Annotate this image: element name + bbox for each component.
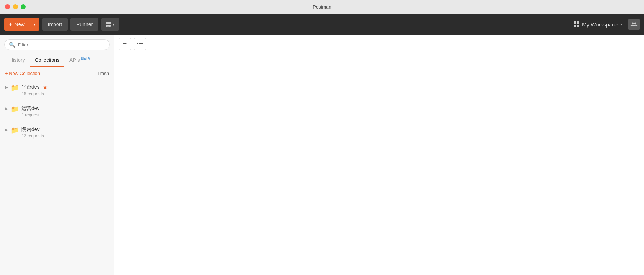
collection-item[interactable]: ▶ 📁 运营dev 1 request [0, 101, 114, 122]
content-toolbar: + ••• [114, 35, 644, 53]
collection-name-row: 院内dev [21, 126, 109, 133]
tab-apis[interactable]: APIsBETA [64, 53, 95, 67]
toolbar-right: My Workspace ▾ [574, 19, 640, 30]
close-button[interactable] [5, 4, 10, 9]
import-button[interactable]: Import [42, 18, 68, 31]
workspace-chevron-icon: ▾ [620, 22, 623, 27]
user-avatar[interactable] [628, 19, 640, 30]
filter-input[interactable] [18, 42, 105, 48]
new-button[interactable]: + New ▾ [4, 18, 39, 31]
main-area: 🔍 History Collections APIsBETA + New Col… [0, 35, 644, 275]
chevron-right-icon: ▶ [5, 85, 8, 90]
workspace-selector[interactable]: My Workspace ▾ [574, 21, 623, 28]
collection-name-row: 运营dev [21, 105, 109, 112]
collection-item[interactable]: ▶ 📁 院内dev 12 requests [0, 122, 114, 143]
trash-button[interactable]: Trash [97, 71, 109, 76]
title-bar: Postman [0, 0, 644, 14]
builder-chevron-icon: ▾ [113, 22, 115, 27]
builder-grid-icon [106, 22, 111, 27]
traffic-lights [5, 4, 26, 9]
filter-bar: 🔍 [0, 35, 114, 53]
collection-requests: 12 requests [21, 134, 109, 139]
tab-collections[interactable]: Collections [30, 54, 64, 67]
collections-list: ▶ 📁 平台dev ★ 16 requests ▶ 📁 运营dev [0, 80, 114, 275]
tab-history[interactable]: History [4, 54, 30, 67]
new-collection-button[interactable]: + New Collection [5, 71, 40, 76]
app-title: Postman [313, 4, 331, 10]
collection-requests: 16 requests [21, 91, 109, 96]
add-tab-button[interactable]: + [119, 38, 131, 50]
minimize-button[interactable] [13, 4, 18, 9]
star-icon: ★ [43, 84, 48, 91]
plus-icon: + [9, 21, 13, 28]
collections-actions: + New Collection Trash [0, 67, 114, 80]
collection-name: 院内dev [21, 126, 40, 133]
runner-button[interactable]: Runner [70, 18, 98, 31]
new-dropdown-arrow[interactable]: ▾ [30, 18, 39, 31]
content-area: + ••• [114, 35, 644, 275]
content-main [114, 53, 644, 275]
chevron-right-icon: ▶ [5, 128, 8, 132]
more-options-button[interactable]: ••• [134, 38, 146, 50]
collection-name-row: 平台dev ★ [21, 84, 109, 91]
toolbar: + New ▾ Import Runner ▾ My Workspace ▾ [0, 14, 644, 35]
collection-item[interactable]: ▶ 📁 平台dev ★ 16 requests [0, 80, 114, 101]
collection-info: 院内dev 12 requests [21, 126, 109, 139]
beta-badge: BETA [81, 56, 90, 60]
builder-button[interactable]: ▾ [101, 18, 119, 31]
collection-requests: 1 request [21, 112, 109, 118]
chevron-right-icon: ▶ [5, 106, 8, 111]
folder-icon: 📁 [11, 84, 19, 92]
search-icon: 🔍 [9, 42, 15, 48]
collection-info: 平台dev ★ 16 requests [21, 84, 109, 96]
collection-info: 运营dev 1 request [21, 105, 109, 118]
collection-name: 运营dev [21, 105, 40, 112]
sidebar: 🔍 History Collections APIsBETA + New Col… [0, 35, 114, 275]
filter-input-wrapper: 🔍 [4, 39, 110, 50]
folder-icon: 📁 [11, 105, 19, 113]
collection-name: 平台dev [21, 84, 40, 90]
maximize-button[interactable] [21, 4, 26, 9]
new-label: New [15, 21, 25, 27]
workspace-grid-icon [574, 21, 579, 27]
tabs: History Collections APIsBETA [0, 53, 114, 67]
folder-icon: 📁 [11, 126, 19, 134]
new-button-main[interactable]: + New [4, 18, 30, 31]
workspace-name: My Workspace [582, 21, 618, 28]
